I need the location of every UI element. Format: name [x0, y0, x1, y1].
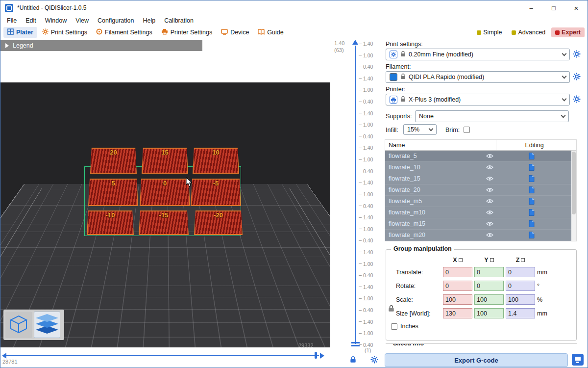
z-value-field[interactable]: 0: [506, 267, 535, 277]
bed-object[interactable]: -20: [194, 210, 243, 235]
bed-object[interactable]: 15: [142, 148, 188, 174]
edit-page-icon[interactable]: [496, 209, 567, 216]
y-value-field[interactable]: 0: [474, 281, 504, 291]
object-list-scrollbar[interactable]: [571, 151, 576, 241]
x-value-field[interactable]: 130: [443, 308, 472, 318]
edit-page-icon[interactable]: [496, 153, 567, 159]
move-slider-track[interactable]: [6, 355, 319, 356]
tab-print-settings[interactable]: Print Settings: [38, 27, 91, 38]
mode-simple[interactable]: Simple: [473, 27, 506, 37]
edit-page-icon[interactable]: [496, 164, 567, 171]
menu-calibration[interactable]: Calibration: [160, 16, 198, 25]
export-gcode-button[interactable]: Export G-code: [385, 353, 568, 367]
menu-configuration[interactable]: Configuration: [93, 16, 138, 25]
scale-lock-icon[interactable]: [388, 305, 394, 314]
supports-combo[interactable]: None: [415, 110, 569, 122]
axis-select-icon[interactable]: [521, 258, 525, 262]
y-value-field[interactable]: 100: [474, 294, 504, 305]
tab-device[interactable]: Device: [217, 27, 253, 38]
tab-plater[interactable]: Plater: [3, 27, 37, 38]
edit-page-icon[interactable]: [496, 220, 567, 227]
close-button[interactable]: ×: [565, 0, 588, 15]
tab-printer-settings[interactable]: Printer Settings: [157, 27, 216, 38]
axis-select-icon[interactable]: [459, 258, 463, 262]
object-row[interactable]: flowrate_m20: [385, 230, 571, 241]
preview-layers-button[interactable]: [34, 312, 60, 338]
visibility-eye-icon[interactable]: [483, 165, 496, 170]
menu-window[interactable]: Window: [41, 16, 71, 25]
object-row[interactable]: flowrate_15: [385, 173, 571, 184]
editor-view-button[interactable]: [5, 312, 32, 338]
visibility-eye-icon[interactable]: [483, 210, 496, 215]
object-row[interactable]: flowrate_10: [385, 162, 571, 173]
menu-file[interactable]: File: [2, 16, 21, 25]
inches-checkbox[interactable]: [391, 323, 397, 330]
filament-combo[interactable]: QIDI PLA Rapido (modified): [386, 71, 570, 83]
edit-page-icon[interactable]: [496, 175, 567, 182]
object-row[interactable]: flowrate_20: [385, 184, 571, 196]
layer-slider-up-arrow[interactable]: [352, 40, 358, 45]
edit-page-icon[interactable]: [496, 232, 567, 238]
bed-object[interactable]: -10: [87, 210, 134, 235]
mode-advanced[interactable]: Advanced: [508, 27, 549, 37]
visibility-eye-icon[interactable]: [483, 187, 496, 192]
z-value-field[interactable]: 1.4: [506, 308, 535, 318]
bed-object[interactable]: 20: [90, 148, 137, 174]
visibility-eye-icon[interactable]: [483, 221, 496, 226]
layer-slider-track[interactable]: [355, 46, 356, 344]
layer-slider-handle-lower[interactable]: [351, 345, 360, 346]
object-row[interactable]: flowrate_5: [385, 151, 571, 162]
editing-column-header[interactable]: Editing: [496, 140, 572, 150]
name-column-header[interactable]: Name: [385, 142, 496, 149]
printer-combo[interactable]: X-Plus 3 (modified): [386, 94, 570, 105]
filament-gear-icon[interactable]: [573, 73, 582, 81]
z-value-field[interactable]: 0: [506, 281, 535, 291]
move-slider-handle[interactable]: [315, 352, 317, 359]
infill-combo[interactable]: 15%: [403, 124, 437, 135]
menu-view[interactable]: View: [71, 16, 93, 25]
print-settings-combo[interactable]: 0.20mm Fine (modified): [386, 49, 570, 60]
bed-object[interactable]: -5: [191, 179, 241, 206]
print-settings-gear-icon[interactable]: [573, 50, 582, 59]
viewport-3d[interactable]: Legend 20 15 10 5 0 -5 -10 -15 -20 29332…: [0, 39, 330, 368]
object-row[interactable]: flowrate_m15: [385, 218, 571, 230]
edit-page-icon[interactable]: [496, 198, 567, 205]
visibility-eye-icon[interactable]: [483, 199, 496, 204]
x-value-field[interactable]: 100: [443, 294, 472, 305]
lock-slider-icon[interactable]: [350, 356, 356, 365]
object-row[interactable]: flowrate_m10: [385, 207, 571, 218]
slider-settings-gear-icon[interactable]: [370, 356, 378, 366]
ruler-tick: 0.40: [359, 342, 381, 347]
y-value-field[interactable]: 100: [474, 308, 504, 318]
move-slider-left-arrow[interactable]: [2, 353, 6, 359]
scrollbar-thumb[interactable]: [572, 152, 576, 214]
mode-expert[interactable]: Expert: [551, 27, 585, 37]
brim-label: Brim:: [445, 127, 460, 133]
bed-object[interactable]: 10: [193, 148, 239, 174]
bed-object[interactable]: -15: [139, 210, 189, 235]
send-to-printer-icon[interactable]: [572, 354, 584, 367]
brim-checkbox[interactable]: [464, 127, 470, 133]
printer-gear-icon[interactable]: [573, 95, 582, 104]
visibility-eye-icon[interactable]: [483, 154, 496, 158]
x-value-field[interactable]: 0: [443, 267, 472, 277]
tab-filament-settings[interactable]: Filament Settings: [92, 27, 156, 38]
menu-edit[interactable]: Edit: [21, 16, 41, 25]
tab-guide[interactable]: Guide: [254, 27, 287, 38]
legend-panel[interactable]: Legend: [0, 40, 202, 51]
bed-object[interactable]: 0: [140, 179, 190, 206]
menu-help[interactable]: Help: [138, 16, 160, 25]
layer-slider-handle[interactable]: [351, 342, 360, 343]
minimize-button[interactable]: –: [520, 0, 542, 15]
y-value-field[interactable]: 0: [474, 267, 504, 277]
x-value-field[interactable]: 0: [443, 281, 472, 291]
visibility-eye-icon[interactable]: [483, 176, 496, 181]
maximize-button[interactable]: □: [542, 0, 565, 15]
axis-select-icon[interactable]: [490, 258, 494, 262]
visibility-eye-icon[interactable]: [483, 233, 496, 237]
bed-object[interactable]: 5: [88, 179, 138, 206]
move-slider-right-arrow[interactable]: [320, 353, 324, 359]
object-row[interactable]: flowrate_m5: [385, 196, 571, 207]
z-value-field[interactable]: 100: [506, 294, 535, 305]
edit-page-icon[interactable]: [496, 186, 567, 193]
